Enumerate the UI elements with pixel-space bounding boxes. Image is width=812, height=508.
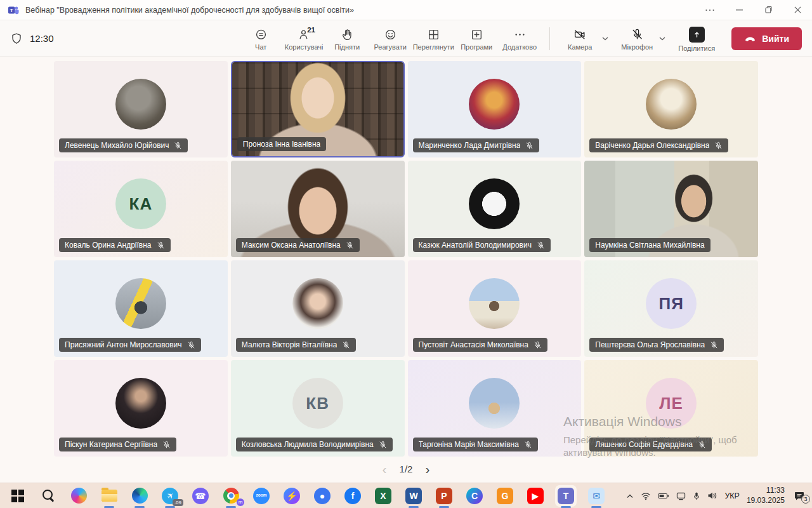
camera-options-chevron[interactable] [599, 36, 611, 42]
system-tray: УКР 11:33 19.03.2025 3 [626, 486, 812, 505]
raise-hand-button[interactable]: Підняти [327, 27, 367, 51]
participant-tile[interactable]: Наумкіна Світлана Михайлівна [584, 161, 758, 257]
participant-tile[interactable]: Таргоніна Марія Максимівна [408, 360, 582, 457]
participant-tile[interactable]: Присяжний Антон Мирославович [54, 260, 228, 357]
taskbar-copilot-icon[interactable] [70, 487, 88, 505]
more-button[interactable]: Додатково [500, 27, 539, 51]
taskbar-mail-icon[interactable]: ✉ [587, 487, 605, 505]
taskbar-word-icon[interactable]: W [405, 487, 422, 505]
participant-tile[interactable]: Маринченко Лада Дмитрівна [408, 61, 582, 157]
participant-name: Малюта Вікторія Віталіївна [242, 340, 337, 349]
participant-name: Казюк Анатолій Володимирович [419, 241, 532, 250]
taskbar-zoom-icon[interactable]: zoom [252, 487, 270, 505]
taskbar-edge-icon[interactable] [131, 487, 148, 505]
participant-name-label: Наумкіна Світлана Михайлівна [589, 238, 710, 252]
taskbar-getcourse-icon[interactable]: G [496, 487, 514, 505]
participant-tile[interactable]: Пустовіт Анастасія Миколаївна [408, 260, 582, 357]
taskbar-facebook-icon[interactable]: f [344, 487, 362, 505]
clock[interactable]: 11:33 19.03.2025 [747, 486, 785, 505]
window-more-button[interactable] [695, 0, 724, 20]
volume-icon[interactable] [707, 491, 717, 500]
taskbar-telegram-icon[interactable]: ✈.09 [161, 487, 179, 505]
battery-icon[interactable] [658, 492, 669, 500]
taskbar-signal-icon[interactable]: ● [313, 487, 331, 505]
participant-tile[interactable]: ЛЕ Ляшенко Софія Едуардівна [584, 360, 758, 457]
participant-name-label: Казюк Анатолій Володимирович [413, 238, 551, 252]
chat-button[interactable]: Чат [241, 27, 280, 51]
taskbar-search-icon[interactable] [39, 487, 57, 505]
taskbar-messenger-icon[interactable]: ⚡ [283, 487, 301, 505]
participant-name-label: Маринченко Лада Дмитрівна [413, 138, 540, 152]
mic-button[interactable]: Мікрофон [617, 27, 657, 51]
taskbar-start-icon[interactable] [9, 487, 27, 505]
mic-options-chevron[interactable] [657, 36, 668, 42]
window-minimize-button[interactable] [724, 0, 754, 20]
wifi-icon[interactable] [641, 491, 651, 500]
participant-tile[interactable]: Варіченко Дарья Олександрівна [584, 61, 758, 157]
participant-name-label: Проноза Інна Іванівна [237, 137, 326, 151]
participant-avatar [115, 79, 166, 130]
taskbar-apps: ✈.09 ☎ m zoom ⚡ ● f X W P C G ▶ T ✉ [0, 487, 605, 505]
share-button[interactable]: Поділитися [674, 25, 719, 52]
taskbar-excel-icon[interactable]: X [374, 487, 392, 505]
meeting-toolbar: 12:30 Чат 21 Користувачі Підняти Реагува… [0, 20, 812, 57]
participant-name: Наумкіна Світлана Михайлівна [595, 241, 704, 250]
language-indicator[interactable]: УКР [724, 491, 740, 500]
participant-tile[interactable]: Піскун Катерина Сергіївна [54, 360, 228, 457]
toolbar-divider [549, 27, 550, 50]
window-close-button[interactable] [783, 0, 812, 20]
taskbar-canva-icon[interactable]: C [466, 487, 483, 505]
apps-button[interactable]: Програми [457, 27, 496, 51]
smiley-icon [384, 28, 397, 41]
participant-name-label: Малюта Вікторія Віталіївна [236, 338, 357, 352]
taskbar-viber-icon[interactable]: ☎ [192, 487, 209, 505]
window-maximize-button[interactable] [754, 0, 783, 20]
participant-name: Ляшенко Софія Едуардівна [595, 440, 693, 449]
taskbar-powerpoint-icon[interactable]: P [435, 487, 453, 505]
participant-avatar [646, 79, 697, 130]
running-app-indicator [226, 506, 236, 508]
participant-avatar [469, 178, 520, 229]
participant-name-label: Пустовіт Анастасія Миколаївна [413, 338, 547, 352]
chat-icon [254, 28, 268, 41]
shield-icon [10, 32, 23, 45]
react-button[interactable]: Реагувати [370, 27, 410, 51]
participant-name: Козловська Людмила Володимирівна [242, 440, 374, 449]
taskbar-youtube-icon[interactable]: ▶ [527, 487, 544, 505]
participant-name-label: Таргоніна Марія Максимівна [413, 438, 538, 451]
participant-tile[interactable]: КВ Козловська Людмила Володимирівна [231, 360, 405, 457]
camera-button[interactable]: Камера [560, 27, 599, 51]
participant-avatar: КА [115, 178, 166, 229]
mic-muted-icon [379, 441, 387, 449]
participant-tile[interactable]: Казюк Анатолій Володимирович [408, 161, 582, 257]
previous-page-button[interactable]: ‹ [380, 462, 390, 476]
participant-tile[interactable]: Малюта Вікторія Віталіївна [231, 260, 405, 357]
participant-tile[interactable]: Проноза Інна Іванівна [231, 61, 405, 157]
chevron-down-icon [602, 37, 608, 41]
participant-tile[interactable]: Максим Оксана Анатоліївна [231, 161, 405, 257]
chevron-down-icon [659, 37, 665, 41]
mic-muted-icon [346, 241, 354, 250]
taskbar-teams-icon[interactable]: T [557, 487, 575, 505]
view-button[interactable]: Переглянути [414, 27, 453, 51]
notifications-button[interactable]: 3 [794, 491, 804, 501]
participant-name-label: Піскун Катерина Сергіївна [59, 438, 176, 451]
next-page-button[interactable]: › [422, 462, 432, 476]
apps-plus-icon [470, 28, 483, 41]
taskbar-explorer-icon[interactable] [100, 487, 118, 505]
hidden-icons-chevron[interactable] [626, 493, 634, 498]
mic-off-icon [631, 28, 644, 41]
window-controls [695, 0, 812, 20]
camera-off-icon [573, 28, 587, 41]
cast-display-icon[interactable] [676, 491, 686, 500]
participant-tile[interactable]: ПЯ Пештерєва Ольга Ярославівна [584, 260, 758, 357]
participant-tile[interactable]: Левенець Михайло Юрійович [54, 61, 228, 157]
svg-text:T: T [10, 8, 13, 13]
participant-tile[interactable]: КА Коваль Орина Андріївна [54, 161, 228, 257]
microphone-tray-icon[interactable] [693, 491, 700, 500]
participants-button[interactable]: 21 Користувачі [284, 27, 324, 51]
leave-button[interactable]: Вийти [731, 27, 802, 50]
participant-name-label: Максим Оксана Анатоліївна [236, 238, 360, 252]
taskbar-chrome-icon[interactable]: m [222, 487, 240, 505]
participant-name-label: Коваль Орина Андріївна [59, 238, 171, 252]
